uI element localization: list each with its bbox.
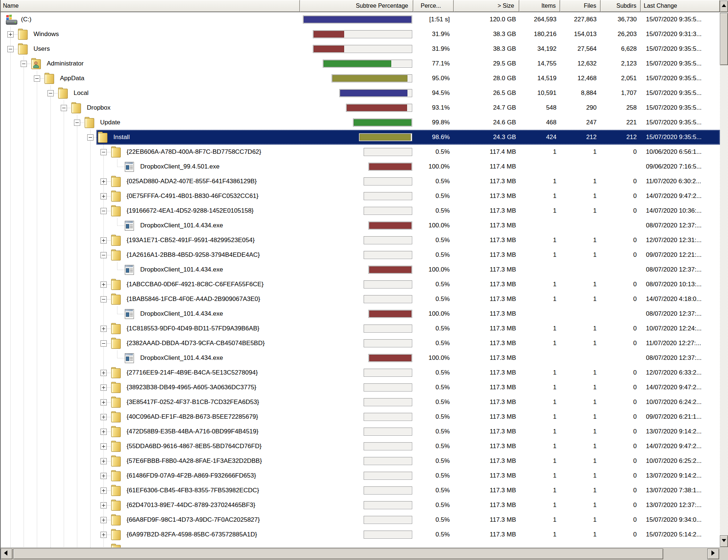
column-header-files[interactable]: Files (560, 0, 601, 12)
table-row[interactable]: DropboxClient_99.4.501.exe100.0%117.4 MB… (0, 159, 720, 174)
column-header-items[interactable]: Items (519, 0, 560, 12)
column-header-percentage[interactable]: Perce... (413, 0, 454, 12)
user-folder-icon (31, 58, 41, 69)
table-row[interactable]: {57E6FBBB-F8B0-4A28-8FAE-1F3AE32D2DBB}0.… (0, 454, 720, 468)
table-row[interactable]: {38923B38-DB49-4965-A605-3A0636DC3775}0.… (0, 380, 720, 395)
scroll-down-button[interactable] (720, 535, 728, 547)
table-row[interactable]: {62D47013-89E7-44DC-8789-237024465BF3}0.… (0, 498, 720, 513)
table-row[interactable]: DropboxClient_101.4.434.exe100.0%117.3 M… (0, 351, 720, 365)
table-row[interactable]: {55DDA6BD-9616-4867-8EB5-5BD764CD76FD}0.… (0, 439, 720, 454)
table-row[interactable]: {472D58B9-E35B-44BA-A716-0BD99F4B4519}0.… (0, 424, 720, 439)
cell-items: 14,755 (519, 56, 560, 71)
tree-guide-line (107, 255, 111, 255)
cell-perce: 0.5% (413, 203, 454, 218)
cell-files: 1 (560, 410, 601, 424)
collapse-toggle[interactable] (100, 208, 107, 214)
collapse-toggle[interactable] (100, 340, 107, 347)
table-row[interactable]: {0E75FFFA-C491-4B01-B830-46FC0532CC61}0.… (0, 189, 720, 203)
item-name: DropboxClient_101.4.434.exe (140, 262, 223, 277)
collapse-toggle[interactable] (61, 105, 67, 111)
scroll-right-button[interactable] (707, 549, 719, 559)
expand-toggle[interactable] (100, 443, 107, 450)
cell-perce: 0.5% (413, 292, 454, 306)
column-header-subdirs[interactable]: Subdirs (601, 0, 641, 12)
scroll-left-button[interactable] (1, 549, 13, 559)
horizontal-scrollbar[interactable] (0, 547, 720, 560)
table-row[interactable]: Update99.8%24.6 GB46824722115/07/2020 9:… (0, 115, 720, 130)
table-row[interactable]: {61486FD9-07A9-4F2B-A869-F932666FD653}0.… (0, 468, 720, 483)
table-row[interactable]: {2382AAAD-DBDA-4D73-9CFA-CB45074BE5BD}0.… (0, 336, 720, 351)
table-row[interactable]: DropboxClient_101.4.434.exe100.0%117.3 M… (0, 218, 720, 233)
table-row[interactable]: {6A997B2D-82FA-4598-85BC-673572885A1D}0.… (0, 527, 720, 542)
cell-items: 424 (519, 130, 560, 145)
table-row[interactable]: Install98.6%24.3 GB42421221215/07/2020 9… (0, 130, 720, 145)
table-row[interactable]: Administrator77.1%29.5 GB14,75512,6322,1… (0, 56, 720, 71)
collapse-toggle[interactable] (87, 134, 93, 141)
table-row[interactable]: {3E85417F-0252-4F37-B1CB-7CD32FEA6D53}0.… (0, 395, 720, 410)
table-row[interactable]: {61EF6306-CB45-4FB3-8355-7FB53982ECDC}0.… (0, 483, 720, 498)
collapse-toggle[interactable] (7, 46, 14, 52)
vertical-scroll-thumb[interactable] (720, 13, 728, 65)
table-row[interactable]: DropboxClient_101.4.434.exe100.0%117.3 M… (0, 306, 720, 321)
expand-toggle[interactable] (100, 237, 107, 244)
collapse-toggle[interactable] (47, 90, 54, 96)
tree-guide-line (107, 343, 111, 344)
table-row[interactable]: Users31.9%38.3 GB34,19227,5646,62815/07/… (0, 42, 720, 56)
collapse-toggle[interactable] (21, 61, 27, 67)
scroll-up-button[interactable] (720, 1, 728, 12)
table-row[interactable]: {025AD880-ADA2-407E-855F-641F4386129B}0.… (0, 174, 720, 189)
expand-toggle[interactable] (100, 326, 107, 332)
table-row[interactable]: AppData95.0%28.0 GB14,51912,4682,05115/0… (0, 71, 720, 86)
column-header-size[interactable]: > Size (454, 0, 519, 12)
column-header-subtree-percentage[interactable]: Subtree Percentage (300, 0, 413, 12)
expand-toggle[interactable] (7, 31, 14, 38)
table-row[interactable]: {1BAB5846-1FCB-4F0E-A4AD-2B909067A3E0}0.… (0, 292, 720, 306)
horizontal-scroll-thumb[interactable] (13, 549, 663, 559)
column-header-name[interactable]: Name (0, 0, 300, 12)
collapse-toggle[interactable] (100, 252, 107, 258)
expand-toggle[interactable] (100, 193, 107, 199)
cell-size: 24.6 GB (454, 115, 519, 130)
table-row[interactable]: Windows31.9%38.3 GB180,216154,01326,2031… (0, 27, 720, 42)
table-row[interactable]: DropboxClient_101.4.434.exe100.0%117.3 M… (0, 262, 720, 277)
expand-toggle[interactable] (100, 458, 107, 464)
expand-toggle[interactable] (100, 429, 107, 435)
expand-toggle[interactable] (100, 473, 107, 479)
table-row[interactable]: {27716EE9-214F-4B9E-B4CA-5E13C5278094}0.… (0, 365, 720, 380)
cell-change: 15/07/2020 9:35:5... (641, 130, 720, 145)
collapse-toggle[interactable] (34, 75, 40, 82)
table-row[interactable]: {1ABCCBA0-0D6F-4921-8C8C-C6FEFA55F6CE}0.… (0, 277, 720, 292)
cell-items: 1 (519, 380, 560, 395)
expand-toggle[interactable] (100, 384, 107, 391)
collapse-toggle[interactable] (74, 120, 80, 126)
table-row[interactable]: Dropbox93.1%24.7 GB54829025815/07/2020 9… (0, 100, 720, 115)
table-row[interactable]: (C:)[1:51 s]120.0 GB264,593227,86336,730… (0, 12, 720, 27)
table-row[interactable]: Local94.5%26.5 GB10,5918,8841,70715/07/2… (0, 86, 720, 100)
expand-toggle[interactable] (100, 488, 107, 494)
table-row-partial[interactable] (0, 542, 720, 547)
cell-change: 08/07/2020 12:37:... (641, 218, 720, 233)
expand-toggle[interactable] (100, 414, 107, 420)
table-row[interactable]: {40C096AD-EF1F-4B28-B673-B5EE72285679}0.… (0, 410, 720, 424)
table-row[interactable]: {66A8FD9F-98C1-4D73-A9DC-7F0AC2025827}0.… (0, 513, 720, 527)
collapse-toggle[interactable] (100, 149, 107, 155)
item-name: {3E85417F-0252-4F37-B1CB-7CD32FEA6D53} (127, 395, 259, 410)
table-row[interactable]: {22EB606A-A78D-400A-8F7C-BD7758CC7D62}0.… (0, 145, 720, 159)
cell-subdirs (601, 542, 641, 547)
table-row[interactable]: {1A2616A1-2BB8-4B5D-9258-3794B4EDE4AC}0.… (0, 248, 720, 262)
expand-toggle[interactable] (100, 370, 107, 376)
table-row[interactable]: {19166672-4EA1-4D52-9288-1452E0105158}0.… (0, 203, 720, 218)
expand-toggle[interactable] (100, 281, 107, 288)
expand-toggle[interactable] (100, 532, 107, 538)
cell-size: 117.3 MB (454, 306, 519, 321)
table-row[interactable]: {1C818553-9DF0-4D49-BD11-57FD9A39B6AB}0.… (0, 321, 720, 336)
vertical-scrollbar[interactable] (720, 0, 728, 547)
cell-files: 12,632 (560, 56, 601, 71)
expand-toggle[interactable] (100, 517, 107, 523)
expand-toggle[interactable] (100, 399, 107, 405)
collapse-toggle[interactable] (100, 296, 107, 302)
table-row[interactable]: {193A1E71-CB52-491F-9591-48299523E054}0.… (0, 233, 720, 248)
column-header-last-change[interactable]: Last Change (641, 0, 720, 12)
expand-toggle[interactable] (100, 502, 107, 508)
expand-toggle[interactable] (100, 178, 107, 185)
